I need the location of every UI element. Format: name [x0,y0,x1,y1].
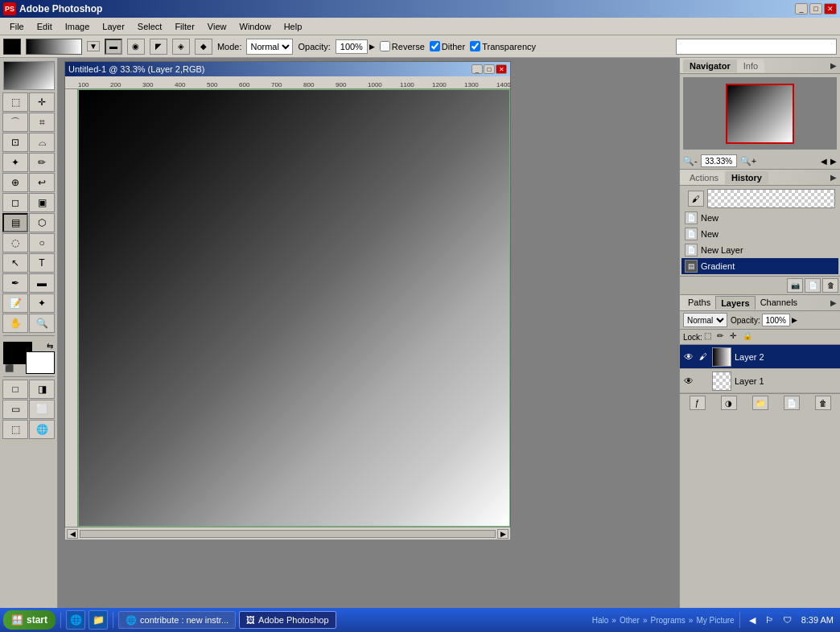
background-color[interactable] [26,351,55,374]
minimize-button[interactable]: _ [795,3,808,14]
gradient-tool[interactable]: ▤ [2,213,28,232]
layer-add-style-btn[interactable]: ƒ [690,396,706,410]
dither-checkbox[interactable] [430,41,440,51]
layer-new-btn[interactable]: 📄 [784,396,800,410]
menu-window[interactable]: Window [233,20,278,33]
healing-brush-tool[interactable]: ✦ [2,153,28,172]
layer-2-visibility[interactable]: 👁 [681,350,696,364]
lock-transparent-icon[interactable]: ⬚ [704,331,715,343]
nav-zoom-left-btn[interactable]: ◀ [821,157,827,166]
tab-info[interactable]: Info [737,60,764,72]
menu-image[interactable]: Image [59,20,97,33]
lock-all-icon[interactable]: 🔒 [743,331,754,343]
dither-checkbox-label[interactable]: Dither [430,41,465,51]
taskbar-contribute-btn[interactable]: 🌐 contribute : new instr... [118,611,236,629]
history-delete-btn[interactable]: 🗑 [822,278,838,293]
doc-minimize-btn[interactable]: _ [471,64,483,74]
taskbar-folder-icon[interactable]: 📁 [89,610,108,630]
layers-panel-menu[interactable]: ▶ [830,298,837,307]
transparency-checkbox[interactable] [470,41,480,51]
history-item-new2[interactable]: 📄 New [681,226,838,242]
taskbar-photoshop-btn[interactable]: 🖼 Adobe Photoshop [239,611,336,629]
zoom-input[interactable] [701,154,737,167]
history-panel-menu[interactable]: ▶ [830,173,837,182]
lock-pixels-icon[interactable]: ✏ [717,331,728,343]
layers-mode-select[interactable]: Normal [683,313,727,327]
color-switch-icon[interactable]: ⇆ [47,342,53,351]
maximize-button[interactable]: □ [809,3,822,14]
tab-layers[interactable]: Layers [715,296,755,310]
tab-history[interactable]: History [725,171,768,184]
layers-opacity-arrow[interactable]: ▶ [792,316,797,324]
gradient-preview[interactable] [26,39,82,55]
magic-wand-tool[interactable]: ⌗ [29,113,55,132]
menu-edit[interactable]: Edit [31,20,59,33]
color-reset-icon[interactable]: ⬛ [5,364,14,372]
tab-navigator[interactable]: Navigator [683,60,737,72]
tab-actions[interactable]: Actions [683,171,725,184]
menu-view[interactable]: View [201,20,233,33]
blur-tool[interactable]: ◌ [2,233,28,252]
scroll-left-btn[interactable]: ◀ [67,529,78,539]
zoom-tool[interactable]: 🔍 [29,314,55,333]
layer-delete-btn[interactable]: 🗑 [815,396,831,410]
bg-eraser-tool[interactable]: ▣ [29,193,55,212]
gradient-diamond-btn[interactable]: ◆ [195,39,212,55]
taskbar-programs[interactable]: Programs [650,616,685,625]
layer-item-1[interactable]: 👁 Layer 1 [680,369,840,393]
layer-add-mask-btn[interactable]: ◑ [721,396,737,410]
gradient-angle-btn[interactable]: ◤ [150,39,167,55]
start-button[interactable]: 🪟 start [3,610,56,630]
adobe-online-btn[interactable]: 🌐 [29,420,55,439]
layer-new-group-btn[interactable]: 📁 [752,396,768,410]
layers-opacity-input[interactable] [762,314,790,326]
lasso-tool[interactable]: ⌒ [2,113,28,132]
taskbar-mypicture[interactable]: My Picture [696,616,734,625]
quick-mask-btn[interactable]: ◨ [29,380,55,399]
history-new-snapshot-btn[interactable]: 📷 [787,278,803,293]
menu-layer[interactable]: Layer [96,20,131,33]
zoom-out-icon[interactable]: 🔍- [683,156,698,166]
mode-select[interactable]: Normal [246,39,293,55]
standard-screen-btn[interactable]: ▭ [2,400,28,419]
eyedropper-tool[interactable]: ✦ [29,293,55,313]
taskbar-other[interactable]: Other [620,616,640,625]
lock-position-icon[interactable]: ✛ [730,331,741,343]
tab-channels[interactable]: Channels [756,296,802,310]
hand-tool[interactable]: ✋ [2,314,28,333]
path-selection-tool[interactable]: ↖ [2,253,28,273]
menu-select[interactable]: Select [131,20,169,33]
reverse-checkbox[interactable] [380,41,390,51]
gradient-reflected-btn[interactable]: ◈ [172,39,190,55]
scroll-right-btn[interactable]: ▶ [497,529,509,539]
scrollbar-track[interactable] [80,530,496,538]
gradient-radial-btn[interactable]: ◉ [127,39,145,55]
pencil-tool[interactable]: ✏ [29,153,55,172]
doc-maximize-btn[interactable]: □ [484,64,495,74]
zoom-in-icon[interactable]: 🔍+ [740,156,756,166]
opacity-arrow[interactable]: ▶ [369,43,375,51]
transparency-checkbox-label[interactable]: Transparency [470,41,536,51]
history-item-new1[interactable]: 📄 New [681,210,838,226]
reverse-checkbox-label[interactable]: Reverse [380,41,425,51]
history-brush-tool[interactable]: ↩ [29,173,55,192]
history-item-newlayer[interactable]: 📄 New Layer [681,242,838,258]
canvas-wrapper[interactable] [78,89,510,527]
menu-filter[interactable]: Filter [168,20,200,33]
menu-file[interactable]: File [3,20,31,33]
notes-tool[interactable]: 📝 [2,293,28,313]
close-button[interactable]: ✕ [824,3,837,14]
navigator-panel-menu[interactable]: ▶ [830,61,837,70]
text-tool[interactable]: T [29,253,55,273]
marquee-rect-tool[interactable]: ⬚ [2,92,28,112]
standard-mode-btn[interactable]: □ [2,380,28,399]
gradient-dropdown-btn[interactable]: ▼ [87,41,100,51]
taskbar-back-icon[interactable]: ◀ [745,613,760,627]
shape-tool[interactable]: ▬ [29,273,55,293]
tab-paths[interactable]: Paths [683,296,715,310]
paint-bucket-tool[interactable]: ⬡ [29,213,55,232]
nav-zoom-right-btn[interactable]: ▶ [830,157,837,166]
doc-close-btn[interactable]: ✕ [496,64,507,74]
opacity-input[interactable] [336,39,368,54]
taskbar-ie-icon[interactable]: 🌐 [66,610,85,630]
